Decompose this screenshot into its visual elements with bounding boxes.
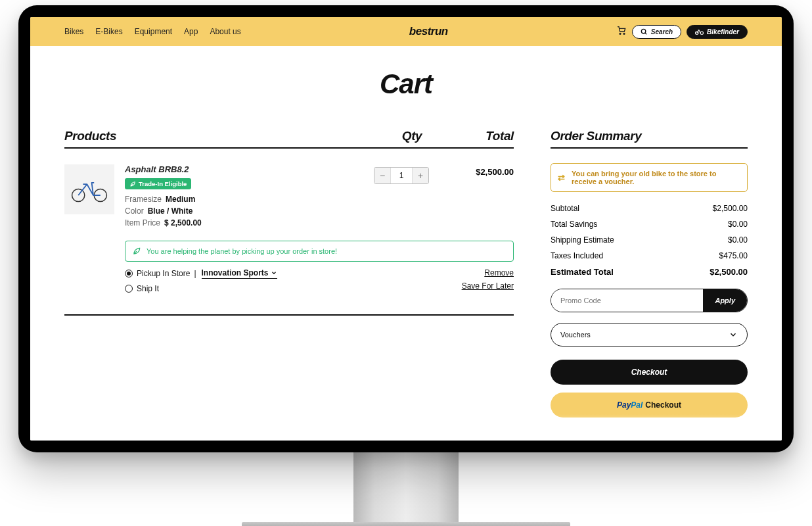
framesize-value: Medium bbox=[166, 195, 195, 204]
nav-link-ebikes[interactable]: E-Bikes bbox=[95, 27, 122, 36]
subtotal-value: $2,500.00 bbox=[713, 204, 748, 213]
trade-in-badge: Trade-In Eligible bbox=[125, 178, 191, 189]
radio-unchecked-icon bbox=[125, 285, 133, 293]
store-name: Innovation Sports bbox=[202, 268, 269, 277]
framesize-label: Framesize bbox=[125, 195, 162, 204]
chevron-down-icon bbox=[271, 270, 277, 276]
svg-point-5 bbox=[72, 189, 85, 201]
pickup-option[interactable]: Pickup In Store | Innovation Sports bbox=[125, 268, 277, 279]
est-total-value: $2,500.00 bbox=[710, 267, 748, 277]
divider-pipe: | bbox=[194, 269, 196, 278]
radio-checked-icon bbox=[125, 270, 133, 277]
pickup-label: Pickup In Store bbox=[137, 269, 190, 278]
leaf-icon bbox=[129, 181, 136, 187]
subtotal-label: Subtotal bbox=[551, 204, 579, 213]
eco-pickup-banner: You are helping the planet by picking up… bbox=[125, 241, 514, 262]
paypal-logo: PayPal bbox=[617, 400, 643, 410]
cart-item: Asphalt BRB8.2 Trade-In Eligible Framesi… bbox=[64, 164, 514, 230]
color-label: Color bbox=[125, 206, 144, 216]
items-divider bbox=[64, 314, 514, 316]
screen: Bikes E-Bikes Equipment App About us bes… bbox=[30, 17, 782, 441]
promo-apply-button[interactable]: Apply bbox=[703, 289, 747, 312]
bike-thumbnail-icon bbox=[70, 175, 109, 204]
ship-it-label: Ship It bbox=[137, 284, 159, 293]
summary-heading: Order Summary bbox=[551, 129, 748, 143]
monitor-stand-neck bbox=[353, 450, 459, 522]
product-name: Asphalt BRB8.2 bbox=[125, 164, 355, 174]
cart-icon[interactable] bbox=[616, 25, 627, 38]
qty-decrease-button[interactable]: − bbox=[374, 168, 390, 183]
item-actions: Remove Save For Later bbox=[462, 268, 514, 291]
promo-code-field: Apply bbox=[551, 289, 748, 312]
monitor-bezel: Bikes E-Bikes Equipment App About us bes… bbox=[18, 5, 794, 452]
checkout-button[interactable]: Checkout bbox=[551, 360, 748, 385]
paypal-checkout-text: Checkout bbox=[645, 400, 681, 410]
product-info: Asphalt BRB8.2 Trade-In Eligible Framesi… bbox=[125, 164, 355, 230]
shipping-label: Shipping Estimate bbox=[551, 235, 614, 245]
nav-link-bikes[interactable]: Bikes bbox=[64, 27, 83, 36]
order-summary-column: Order Summary ⇄ You can bring your old b… bbox=[551, 129, 748, 425]
leaf-icon bbox=[132, 247, 141, 256]
item-price-value: $ 2,500.00 bbox=[164, 218, 202, 227]
qty-value: 1 bbox=[390, 168, 413, 183]
nav-link-about[interactable]: About us bbox=[210, 27, 240, 36]
vouchers-dropdown[interactable]: Vouchers bbox=[551, 323, 748, 347]
col-head-total: Total bbox=[448, 129, 514, 143]
chevron-down-icon bbox=[729, 330, 738, 339]
col-head-products: Products bbox=[64, 129, 376, 143]
color-value: Blue / White bbox=[148, 206, 193, 216]
page-content: Cart Products Qty Total bbox=[30, 46, 782, 441]
est-total-label: Estimated Total bbox=[551, 267, 614, 277]
search-label: Search bbox=[651, 28, 673, 36]
line-total: $2,500.00 bbox=[448, 164, 514, 230]
paypal-checkout-button[interactable]: PayPal Checkout bbox=[551, 393, 748, 418]
taxes-label: Taxes Included bbox=[551, 251, 603, 260]
qty-column: − 1 + bbox=[365, 164, 438, 230]
svg-point-1 bbox=[623, 33, 625, 34]
svg-point-0 bbox=[620, 33, 621, 34]
vouchers-label: Vouchers bbox=[560, 331, 591, 339]
promo-input[interactable] bbox=[551, 289, 703, 312]
primary-nav: Bikes E-Bikes Equipment App About us bbox=[64, 27, 241, 36]
bikefinder-button[interactable]: Bikefinder bbox=[687, 25, 748, 39]
store-selector[interactable]: Innovation Sports bbox=[202, 268, 277, 279]
fulfillment-options: Pickup In Store | Innovation Sports bbox=[125, 268, 277, 299]
brand-logo: bestrun bbox=[253, 25, 604, 38]
search-button[interactable]: Search bbox=[632, 25, 681, 39]
search-icon bbox=[641, 28, 648, 36]
svg-point-4 bbox=[700, 31, 703, 34]
svg-point-2 bbox=[641, 29, 645, 33]
qty-stepper: − 1 + bbox=[374, 167, 429, 184]
cart-header-row: Products Qty Total bbox=[64, 129, 514, 149]
eco-banner-text: You are helping the planet by picking up… bbox=[147, 247, 337, 255]
qty-increase-button[interactable]: + bbox=[413, 168, 428, 183]
page-title: Cart bbox=[64, 68, 748, 100]
bike-icon bbox=[695, 28, 704, 36]
voucher-notice-text: You can bring your old bike to the store… bbox=[572, 170, 740, 185]
finder-label: Bikefinder bbox=[707, 28, 739, 36]
item-price-label: Item Price bbox=[125, 218, 160, 227]
remove-link[interactable]: Remove bbox=[484, 268, 514, 277]
summary-head: Order Summary bbox=[551, 129, 748, 149]
top-actions: Search Bikefinder bbox=[616, 25, 748, 39]
shipping-value: $0.00 bbox=[728, 235, 748, 245]
ship-option[interactable]: Ship It bbox=[125, 284, 277, 293]
savings-label: Total Savings bbox=[551, 220, 597, 229]
monitor-stand-base bbox=[242, 522, 570, 526]
top-navbar: Bikes E-Bikes Equipment App About us bes… bbox=[30, 17, 782, 46]
taxes-value: $475.00 bbox=[719, 251, 748, 260]
badge-text: Trade-In Eligible bbox=[139, 180, 187, 187]
savings-value: $0.00 bbox=[728, 220, 748, 229]
voucher-notice: ⇄ You can bring your old bike to the sto… bbox=[551, 163, 748, 192]
nav-link-app[interactable]: App bbox=[184, 27, 198, 36]
product-thumbnail[interactable] bbox=[64, 164, 114, 214]
nav-link-equipment[interactable]: Equipment bbox=[135, 27, 172, 36]
save-for-later-link[interactable]: Save For Later bbox=[462, 281, 514, 291]
cart-items-column: Products Qty Total bbox=[64, 129, 514, 425]
exchange-arrows-icon: ⇄ bbox=[558, 174, 565, 181]
col-head-qty: Qty bbox=[376, 129, 448, 143]
